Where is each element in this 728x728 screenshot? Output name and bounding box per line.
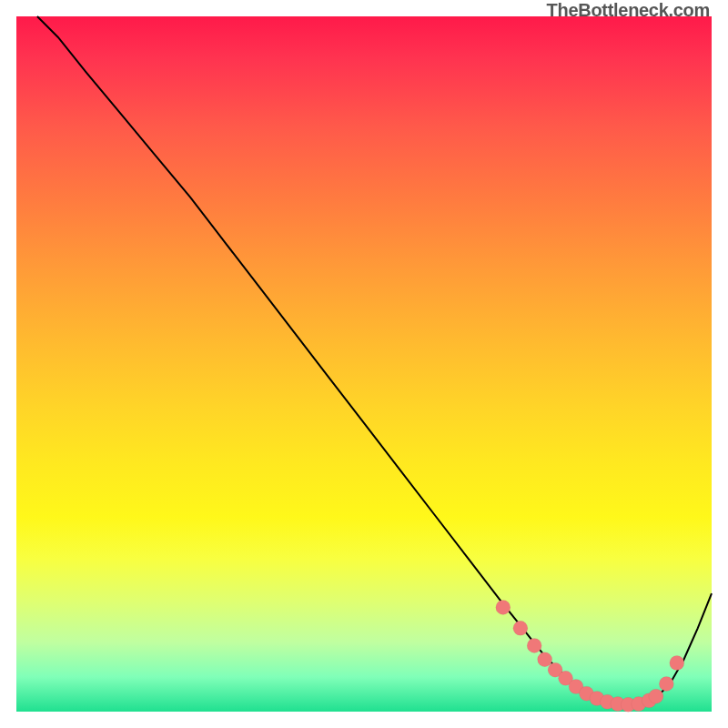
data-point — [659, 676, 673, 691]
data-point — [513, 621, 528, 635]
chart-overlay — [16, 16, 712, 712]
chart-canvas: TheBottleneck.com — [0, 0, 728, 728]
data-point — [496, 600, 511, 614]
data-point — [538, 652, 552, 667]
data-point — [649, 689, 663, 703]
data-point — [670, 656, 684, 671]
data-points — [496, 600, 684, 712]
curve-line — [37, 16, 712, 704]
data-point — [527, 638, 541, 652]
